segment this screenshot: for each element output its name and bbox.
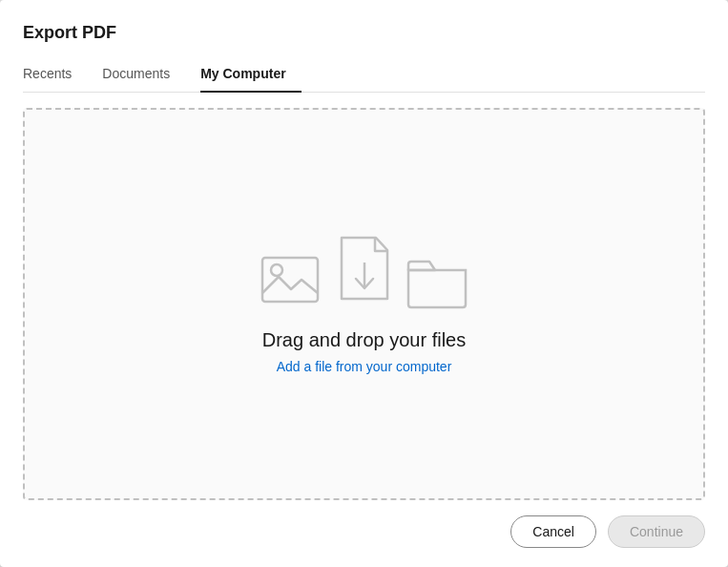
drop-zone[interactable]: Drag and drop your files Add a file from… [23,108,705,500]
tab-documents[interactable]: Documents [102,58,185,93]
drop-zone-text: Drag and drop your files [262,329,466,351]
svg-rect-0 [262,258,318,302]
folder-icon [405,253,469,310]
svg-point-1 [271,264,282,276]
image-icon [260,253,324,310]
document-icon [330,234,399,310]
tab-recents[interactable]: Recents [23,58,87,93]
cancel-button[interactable]: Cancel [510,515,596,548]
tab-my-computer[interactable]: My Computer [200,58,301,93]
drop-icon-group [260,234,469,310]
tab-bar: Recents Documents My Computer [23,58,705,93]
add-file-link[interactable]: Add a file from your computer [277,359,452,374]
continue-button: Continue [608,515,705,548]
dialog-footer: Cancel Continue [23,500,705,548]
dialog-title: Export PDF [23,23,705,43]
export-pdf-dialog: Export PDF Recents Documents My Computer [0,0,728,567]
